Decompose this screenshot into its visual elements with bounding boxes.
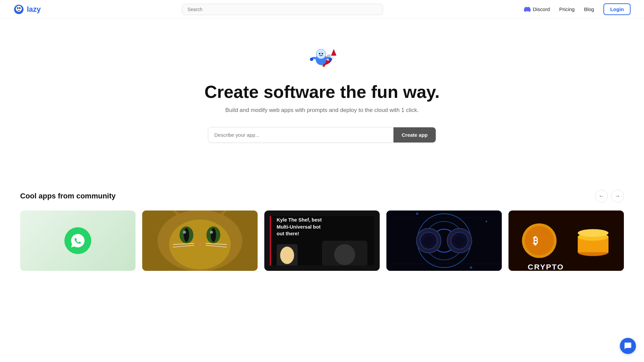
nav: Discord Pricing Blog Login	[524, 3, 631, 15]
svg-point-27	[210, 231, 213, 234]
svg-point-43	[334, 244, 355, 265]
svg-marker-7	[331, 49, 336, 56]
svg-point-50	[424, 236, 433, 245]
app-card-whatsapp[interactable]	[20, 210, 136, 271]
create-app-button[interactable]: Create app	[393, 127, 436, 142]
discord-label: Discord	[533, 6, 550, 12]
app-card-crypto[interactable]: ₿ CRYPTO ARBITRAGE	[508, 210, 624, 271]
app-card-cat[interactable]	[142, 210, 258, 271]
svg-point-41	[280, 247, 294, 264]
svg-point-15	[319, 53, 320, 54]
chat-bubble[interactable]	[620, 338, 636, 354]
svg-point-24	[184, 228, 189, 242]
svg-point-61	[525, 226, 554, 255]
logo-text: lazy	[27, 5, 41, 14]
hero-subtitle: Build and modify web apps with prompts a…	[225, 107, 419, 114]
create-app-form: Create app	[208, 127, 436, 143]
discord-link[interactable]: Discord	[524, 6, 550, 13]
svg-text:Kyle The Shef, best: Kyle The Shef, best	[277, 217, 322, 223]
search-bar	[182, 4, 383, 15]
logo[interactable]: lazy	[13, 4, 41, 15]
pricing-label: Pricing	[559, 6, 575, 12]
community-header: Cool apps from community ← →	[20, 190, 624, 202]
svg-point-58	[486, 221, 487, 223]
discord-icon	[524, 6, 531, 13]
logo-icon	[13, 4, 24, 15]
svg-point-4	[16, 7, 18, 8]
svg-point-16	[322, 53, 323, 54]
carousel-controls: ← →	[595, 190, 624, 202]
svg-point-18	[329, 58, 332, 61]
describe-input[interactable]	[208, 127, 393, 142]
search-input[interactable]	[182, 4, 383, 15]
whatsapp-icon	[64, 227, 91, 254]
blog-label: Blog	[584, 6, 594, 12]
pricing-link[interactable]: Pricing	[559, 6, 575, 12]
svg-point-56	[416, 213, 418, 215]
svg-text:out there!: out there!	[277, 231, 299, 237]
svg-point-66	[578, 229, 608, 237]
svg-text:CRYPTO: CRYPTO	[528, 262, 564, 271]
blog-link[interactable]: Blog	[584, 6, 594, 12]
login-button[interactable]: Login	[603, 3, 631, 15]
svg-point-25	[211, 228, 216, 242]
apps-grid: Kyle The Shef, best Multi-Universal bot …	[20, 210, 624, 271]
app-card-data[interactable]	[386, 210, 502, 271]
svg-text:Multi-Universal bot: Multi-Universal bot	[277, 224, 321, 230]
app-card-kyle[interactable]: Kyle The Shef, best Multi-Universal bot …	[264, 210, 380, 271]
hero-title: Create software the fun way.	[204, 82, 439, 102]
community-section: Cool apps from community ← →	[0, 176, 644, 281]
carousel-prev-button[interactable]: ←	[595, 190, 608, 202]
svg-rect-36	[270, 216, 271, 265]
svg-point-57	[470, 266, 472, 269]
carousel-next-button[interactable]: →	[611, 190, 624, 202]
svg-point-53	[455, 236, 464, 245]
hero-mascot	[300, 39, 344, 76]
svg-point-17	[310, 58, 313, 61]
svg-rect-44	[386, 210, 502, 271]
svg-text:₿: ₿	[533, 235, 538, 246]
svg-point-1	[16, 6, 22, 12]
svg-point-3	[19, 7, 20, 8]
svg-point-26	[183, 231, 186, 234]
hero-section: Create software the fun way. Build and m…	[0, 19, 644, 156]
header: lazy Discord Pricing Blog Login	[0, 0, 644, 19]
community-title: Cool apps from community	[20, 192, 116, 200]
